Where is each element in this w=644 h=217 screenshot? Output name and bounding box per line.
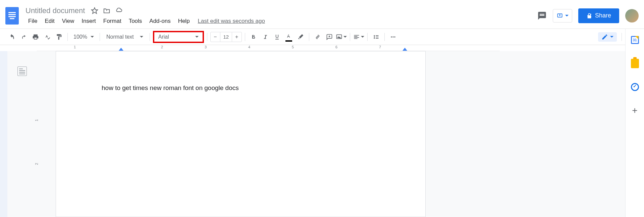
highlight-button[interactable] — [295, 32, 306, 42]
print-button[interactable] — [30, 32, 41, 42]
font-select[interactable]: Arial — [153, 31, 204, 43]
insert-image-button[interactable] — [336, 32, 347, 42]
menu-view[interactable]: View — [59, 17, 77, 25]
add-addon-button[interactable]: + — [631, 106, 639, 115]
left-gutter — [0, 51, 7, 217]
document-page[interactable]: how to get times new roman font on googl… — [56, 51, 426, 217]
last-edit-link[interactable]: Last edit was seconds ago — [198, 18, 265, 25]
chevron-down-icon — [91, 36, 94, 38]
account-avatar[interactable] — [625, 9, 639, 23]
spellcheck-button[interactable] — [42, 32, 53, 42]
text-color-button[interactable] — [283, 32, 294, 42]
document-text[interactable]: how to get times new roman font on googl… — [102, 84, 380, 92]
horizontal-ruler[interactable]: 1 2 3 4 5 6 7 — [37, 45, 500, 51]
ruler-mark: 5 — [292, 45, 294, 49]
header-right: Share — [537, 8, 639, 23]
menu-tools[interactable]: Tools — [126, 17, 145, 25]
ruler-mark: 3 — [205, 45, 207, 49]
canvas-area: 1 2 how to get times new roman font on g… — [0, 51, 644, 217]
svg-marker-0 — [92, 7, 98, 13]
menu-file[interactable]: File — [25, 17, 40, 25]
document-title[interactable]: Untitled document — [25, 6, 85, 15]
keep-addon-icon[interactable] — [631, 59, 639, 68]
menu-help[interactable]: Help — [175, 17, 193, 25]
share-button[interactable]: Share — [578, 8, 619, 23]
align-button[interactable] — [353, 32, 364, 42]
chevron-down-icon — [343, 36, 347, 38]
tasks-addon-icon[interactable] — [631, 83, 639, 91]
side-panel: 31 + — [625, 29, 644, 217]
bold-button[interactable] — [248, 32, 259, 42]
italic-button[interactable] — [260, 32, 271, 42]
more-button[interactable] — [388, 32, 398, 42]
comment-history-icon[interactable] — [537, 11, 547, 20]
menu-edit[interactable]: Edit — [42, 17, 57, 25]
share-button-label: Share — [595, 12, 611, 19]
svg-point-6 — [394, 36, 395, 37]
outline-area — [7, 51, 37, 217]
chevron-down-icon — [565, 15, 569, 16]
vruler-mark: 2 — [35, 163, 39, 165]
menu-addons[interactable]: Add-ons — [147, 17, 173, 25]
editing-mode-button[interactable] — [598, 32, 617, 42]
ruler-mark: 1 — [74, 45, 76, 49]
star-icon[interactable] — [91, 7, 98, 14]
docs-logo[interactable] — [5, 7, 19, 25]
page-wrapper: how to get times new roman font on googl… — [39, 51, 637, 217]
show-outline-button[interactable] — [17, 67, 27, 76]
paragraph-style-select[interactable]: Normal text — [103, 34, 147, 40]
menu-format[interactable]: Format — [101, 17, 124, 25]
paint-format-button[interactable] — [54, 32, 64, 42]
vertical-ruler[interactable]: 1 2 — [37, 51, 39, 217]
ruler-mark: 2 — [161, 45, 163, 49]
chevron-down-icon — [610, 36, 613, 38]
redo-button[interactable] — [18, 32, 29, 42]
svg-point-5 — [392, 36, 393, 37]
ruler-mark: 7 — [379, 45, 381, 49]
vruler-mark: 1 — [35, 119, 39, 121]
underline-button[interactable] — [272, 32, 282, 42]
undo-button[interactable] — [7, 32, 17, 42]
menu-insert[interactable]: Insert — [79, 17, 99, 25]
toolbar: 100% Normal text Arial − + — [0, 29, 644, 45]
first-line-indent-marker[interactable] — [119, 48, 123, 51]
font-size-group: − + — [210, 32, 242, 42]
title-row: Untitled document — [25, 6, 537, 15]
line-spacing-button[interactable] — [371, 32, 381, 42]
ruler-mark: 4 — [248, 45, 250, 49]
right-indent-marker[interactable] — [402, 48, 407, 51]
chevron-down-icon — [361, 36, 364, 38]
header-center: Untitled document File Edit View Insert … — [25, 6, 537, 25]
font-size-input[interactable] — [220, 32, 232, 42]
increase-font-size-button[interactable]: + — [232, 32, 241, 42]
calendar-addon-icon[interactable]: 31 — [631, 36, 639, 44]
svg-point-4 — [391, 36, 392, 37]
zoom-select[interactable]: 100% — [71, 34, 97, 40]
cloud-status-icon[interactable] — [115, 7, 122, 14]
chevron-down-icon — [195, 36, 199, 38]
decrease-font-size-button[interactable]: − — [211, 32, 220, 42]
insert-link-button[interactable] — [312, 32, 323, 42]
add-comment-button[interactable] — [324, 32, 335, 42]
header: Untitled document File Edit View Insert … — [0, 0, 644, 29]
ruler-mark: 6 — [335, 45, 337, 49]
present-button[interactable] — [553, 9, 572, 23]
chevron-down-icon — [140, 36, 143, 38]
menu-bar: File Edit View Insert Format Tools Add-o… — [25, 17, 537, 25]
move-icon[interactable] — [103, 7, 110, 14]
